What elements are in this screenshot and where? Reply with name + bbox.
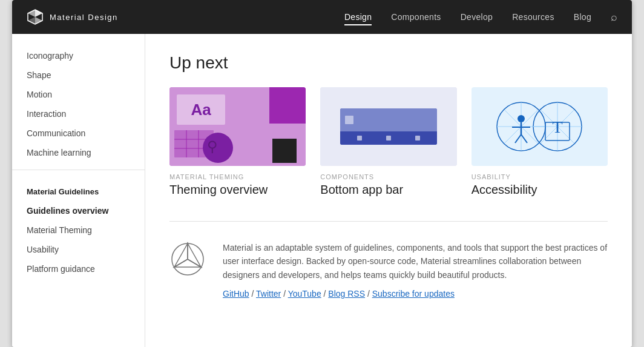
logo-text: Material Design <box>50 13 118 22</box>
sidebar-item-shape[interactable]: Shape <box>12 65 145 85</box>
up-next-title: Up next <box>169 53 608 73</box>
accessibility-svg: T <box>479 93 600 160</box>
card-appbar-title: Bottom app bar <box>320 183 456 197</box>
svg-marker-4 <box>28 17 35 24</box>
sidebar-item-platform-guidance[interactable]: Platform guidance <box>12 259 145 279</box>
nav-item-develop[interactable]: Develop <box>461 12 493 22</box>
theming-black-rect <box>272 139 297 163</box>
svg-line-24 <box>521 134 527 143</box>
svg-marker-1 <box>28 10 35 17</box>
card-appbar-image <box>320 87 456 166</box>
nav-links: Design Components Develop Resources Blog <box>344 12 591 22</box>
footer-description: Material is an adaptable system of guide… <box>223 241 608 282</box>
appbar-icon1 <box>357 136 362 140</box>
material-design-logo-icon <box>27 8 44 25</box>
card-theming-image: Aa <box>169 87 306 166</box>
search-button[interactable]: ⌕ <box>611 11 617 24</box>
card-accessibility-title: Accessibility <box>472 183 608 197</box>
main-layout: Iconography Shape Motion Interaction Com… <box>12 34 632 347</box>
accessibility-illustration: T <box>472 87 608 166</box>
svg-text:T: T <box>553 117 563 136</box>
footer-logo <box>169 241 208 299</box>
footer-link-subscribe[interactable]: Subscribe for updates <box>372 289 455 299</box>
appbar-illustration <box>320 87 456 166</box>
card-appbar-category: COMPONENTS <box>320 173 456 180</box>
theming-illustration: Aa <box>169 87 306 166</box>
theming-search-icon: ⚲ <box>207 138 218 155</box>
footer-link-sep-2: / <box>283 289 288 299</box>
browser-window: Material Design Design Components Develo… <box>12 0 632 347</box>
sidebar-item-machine-learning[interactable]: Machine learning <box>12 143 145 162</box>
nav-item-resources[interactable]: Resources <box>512 12 554 22</box>
appbar-icon3 <box>415 136 420 140</box>
footer-section: Material is an adaptable system of guide… <box>169 221 608 299</box>
nav-item-design[interactable]: Design <box>344 12 372 22</box>
cards-row: Aa <box>169 87 608 197</box>
sidebar-item-material-theming[interactable]: Material Theming <box>12 220 145 240</box>
sidebar-item-usability[interactable]: Usability <box>12 240 145 259</box>
sidebar-item-communication[interactable]: Communication <box>12 124 145 143</box>
footer-link-blog-rss[interactable]: Blog RSS <box>328 289 365 299</box>
card-theming-title: Theming overview <box>169 183 306 197</box>
appbar-top <box>340 108 437 131</box>
svg-point-20 <box>518 115 525 122</box>
sidebar-item-iconography[interactable]: Iconography <box>12 46 145 65</box>
nav-item-blog[interactable]: Blog <box>574 12 591 22</box>
appbar-menu-icon <box>345 116 353 124</box>
card-accessibility[interactable]: T USABILITY Accessibility <box>472 87 608 197</box>
footer-link-twitter[interactable]: Twitter <box>256 289 281 299</box>
logo-area: Material Design <box>27 8 118 25</box>
svg-line-23 <box>515 134 521 143</box>
footer-content: Material is an adaptable system of guide… <box>223 241 608 299</box>
sidebar-divider <box>12 170 145 170</box>
svg-marker-2 <box>35 10 42 17</box>
appbar-icon2 <box>386 136 391 140</box>
card-accessibility-category: USABILITY <box>472 173 608 180</box>
card-theming[interactable]: Aa <box>169 87 306 197</box>
sidebar-item-motion[interactable]: Motion <box>12 85 145 104</box>
main-content: Up next Aa <box>145 34 632 347</box>
sidebar-item-interaction[interactable]: Interaction <box>12 104 145 124</box>
footer-links: GitHub / Twitter / YouTube / Blog RSS / … <box>223 289 608 299</box>
card-accessibility-image: T <box>472 87 608 166</box>
footer-link-sep-1: / <box>251 289 256 299</box>
sidebar-section-title: Material Guidelines <box>12 177 145 201</box>
appbar-screen <box>340 108 437 145</box>
footer-logo-svg <box>169 241 206 277</box>
search-icon: ⌕ <box>611 11 617 23</box>
footer-link-youtube[interactable]: YouTube <box>288 289 321 299</box>
footer-link-sep-4: / <box>367 289 372 299</box>
appbar-bottom-bar <box>340 131 437 145</box>
footer-link-github[interactable]: GitHub <box>223 289 249 299</box>
card-theming-category: MATERIAL THEMING <box>169 173 306 180</box>
theming-aa-text: Aa <box>177 94 225 125</box>
card-appbar[interactable]: COMPONENTS Bottom app bar <box>320 87 456 197</box>
sidebar-item-guidelines-overview[interactable]: Guidelines overview <box>12 201 145 220</box>
sidebar: Iconography Shape Motion Interaction Com… <box>12 34 145 347</box>
theming-purple-patch <box>269 87 306 124</box>
svg-marker-3 <box>35 17 42 24</box>
nav-item-components[interactable]: Components <box>391 12 441 22</box>
top-navigation: Material Design Design Components Develo… <box>12 0 632 34</box>
